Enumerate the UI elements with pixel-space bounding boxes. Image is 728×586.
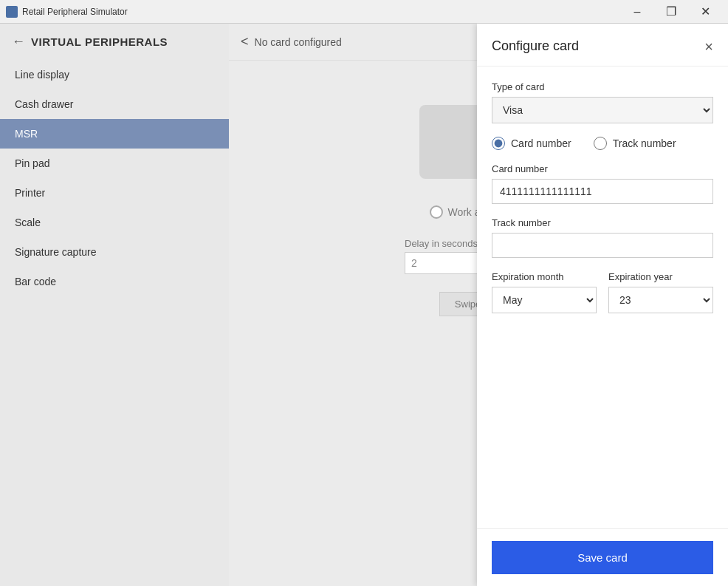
sidebar-item-printer[interactable]: Printer <box>0 178 229 208</box>
panel-body: Type of card Visa MasterCard Amex Discov… <box>477 67 728 528</box>
main-back-arrow[interactable]: < <box>241 34 249 50</box>
sidebar-item-scale[interactable]: Scale <box>0 208 229 237</box>
app-icon <box>6 6 18 18</box>
app-name: Retail Peripheral Simulator <box>22 7 620 17</box>
track-number-label: Track number <box>492 217 713 228</box>
sidebar-nav: Line display Cash drawer MSR Pin pad Pri… <box>0 60 229 586</box>
configure-card-panel: Configure card × Type of card Visa Maste… <box>477 24 728 586</box>
track-number-radio-label: Track number <box>613 137 676 149</box>
panel-footer: Save card <box>477 528 728 586</box>
expiry-month-select[interactable]: January February March April May June Ju… <box>492 287 597 313</box>
card-type-select[interactable]: Visa MasterCard Amex Discover <box>492 97 713 123</box>
minimize-button[interactable]: – <box>620 0 654 24</box>
card-number-group: Card number <box>492 163 713 204</box>
track-number-radio-option[interactable]: Track number <box>594 137 676 150</box>
app-body: ← VIRTUAL PERIPHERALS Line display Cash … <box>0 24 728 586</box>
close-button[interactable]: ✕ <box>688 0 722 24</box>
expiry-year-label: Expiration year <box>608 271 713 282</box>
card-type-label: Type of card <box>492 81 713 92</box>
main-content: < No card configured + Work as a OPOS De… <box>229 24 728 586</box>
sidebar-item-line-display[interactable]: Line display <box>0 60 229 89</box>
maximize-button[interactable]: ❐ <box>654 0 688 24</box>
sidebar: ← VIRTUAL PERIPHERALS Line display Cash … <box>0 24 229 586</box>
sidebar-back-arrow[interactable]: ← <box>12 34 25 50</box>
expiry-month-label: Expiration month <box>492 271 597 282</box>
sidebar-item-pin-pad[interactable]: Pin pad <box>0 149 229 178</box>
card-number-radio-label: Card number <box>511 137 571 149</box>
expiry-row: Expiration month January February March … <box>492 271 713 313</box>
panel-close-button[interactable]: × <box>704 39 713 54</box>
sidebar-item-cash-drawer[interactable]: Cash drawer <box>0 89 229 119</box>
track-number-input[interactable] <box>492 233 713 258</box>
panel-title: Configure card <box>492 38 579 54</box>
expiry-month-group: Expiration month January February March … <box>492 271 597 313</box>
card-number-radio-option[interactable]: Card number <box>492 137 571 150</box>
sidebar-item-bar-code[interactable]: Bar code <box>0 267 229 296</box>
track-number-radio[interactable] <box>594 137 607 150</box>
card-number-radio[interactable] <box>492 137 505 150</box>
expiry-year-group: Expiration year 21 22 23 24 25 26 27 28 <box>608 271 713 313</box>
card-number-input[interactable] <box>492 179 713 204</box>
panel-header: Configure card × <box>477 24 728 67</box>
save-card-button[interactable]: Save card <box>492 541 713 574</box>
title-bar: Retail Peripheral Simulator – ❐ ✕ <box>0 0 728 24</box>
work-opos-radio <box>430 205 443 219</box>
main-content-title: No card configured <box>255 36 342 48</box>
sidebar-title: VIRTUAL PERIPHERALS <box>31 35 168 48</box>
window-controls: – ❐ ✕ <box>620 0 722 24</box>
sidebar-header: ← VIRTUAL PERIPHERALS <box>0 24 229 60</box>
input-type-radio-group: Card number Track number <box>492 137 713 150</box>
card-number-label: Card number <box>492 163 713 174</box>
card-type-group: Type of card Visa MasterCard Amex Discov… <box>492 81 713 123</box>
sidebar-item-msr[interactable]: MSR <box>0 119 229 149</box>
track-number-group: Track number <box>492 217 713 258</box>
sidebar-item-signature-capture[interactable]: Signature capture <box>0 237 229 267</box>
expiry-year-select[interactable]: 21 22 23 24 25 26 27 28 <box>608 287 713 313</box>
